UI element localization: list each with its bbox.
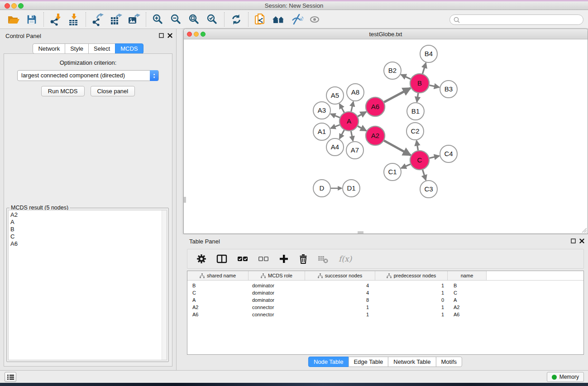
minimize-window-button[interactable] <box>11 3 17 9</box>
zoom-selected-button[interactable] <box>203 12 221 27</box>
edge-C-C3[interactable] <box>423 170 426 180</box>
vertical-scrollbar-thumb[interactable] <box>184 197 186 203</box>
tab-edge-table[interactable]: Edge Table <box>348 357 388 367</box>
close-panel-icon[interactable] <box>167 33 172 38</box>
export-image-button[interactable] <box>125 12 143 27</box>
table-row[interactable]: Cdominator41C <box>187 289 583 296</box>
clone-network-button[interactable] <box>251 12 269 27</box>
node-A5[interactable]: A5 <box>326 87 344 104</box>
node-D[interactable]: D <box>313 180 330 197</box>
node-A4[interactable]: A4 <box>326 138 344 156</box>
run-mcds-button[interactable]: Run MCDS <box>41 86 85 96</box>
zoom-window-button[interactable] <box>18 3 24 9</box>
column-header-name[interactable]: name <box>448 271 487 280</box>
node-A3[interactable]: A3 <box>313 102 330 119</box>
refresh-button[interactable] <box>227 12 245 27</box>
criterion-dropdown[interactable]: largest connected component (directed) ▲… <box>17 70 159 81</box>
network-zoom-button[interactable] <box>201 32 206 37</box>
edge-A-A8[interactable] <box>351 102 354 112</box>
tab-node-table[interactable]: Node Table <box>308 357 349 367</box>
add-column-icon[interactable] <box>279 254 289 264</box>
edge-A-A1[interactable] <box>331 125 340 129</box>
show-panels-button[interactable] <box>306 12 324 27</box>
edge-B-B2[interactable] <box>401 75 411 79</box>
zoom-out-button[interactable] <box>167 12 185 27</box>
import-table-button[interactable] <box>65 12 83 27</box>
resize-grip-icon[interactable] <box>582 228 587 233</box>
close-window-button[interactable] <box>5 3 10 9</box>
edge-A-A5[interactable] <box>339 104 344 112</box>
function-builder-icon[interactable]: f(x) <box>339 254 352 263</box>
float-panel-icon[interactable] <box>159 33 164 38</box>
node-B1[interactable]: B1 <box>407 103 424 120</box>
zoom-fit-button[interactable] <box>185 12 203 27</box>
network-window-titlebar[interactable]: testGlobe.txt <box>184 29 588 39</box>
node-B2[interactable]: B2 <box>384 62 401 79</box>
edge-B-B3[interactable] <box>430 85 440 87</box>
table-row[interactable]: Bdominator41B <box>187 282 583 289</box>
mcds-result-item[interactable]: B <box>9 226 167 233</box>
export-table-button[interactable] <box>107 12 125 27</box>
close-panel-icon[interactable] <box>579 238 584 243</box>
node-A[interactable]: A <box>339 112 359 131</box>
node-C3[interactable]: C3 <box>420 181 437 198</box>
column-header-predecessor-nodes[interactable]: predecessor nodes <box>375 271 448 280</box>
save-session-button[interactable] <box>23 12 41 27</box>
tab-style[interactable]: Style <box>65 43 89 54</box>
edge-A-A2[interactable] <box>358 126 366 131</box>
tab-mcds[interactable]: MCDS <box>115 43 143 54</box>
edge-A-A7[interactable] <box>351 131 353 141</box>
mcds-result-item[interactable]: C <box>9 233 167 240</box>
settings-gear-icon[interactable] <box>196 254 206 264</box>
tab-network[interactable]: Network <box>33 43 65 54</box>
table-row[interactable]: Adominator80A <box>187 296 583 304</box>
node-B3[interactable]: B3 <box>440 81 457 98</box>
edge-C-C2[interactable] <box>416 141 418 151</box>
edge-A-A4[interactable] <box>339 130 344 138</box>
memory-button[interactable]: Memory <box>547 372 584 382</box>
node-A8[interactable]: A8 <box>347 84 364 101</box>
table-row[interactable]: A6connector11A6 <box>187 311 583 318</box>
edge-A-A6[interactable] <box>358 112 366 116</box>
tab-network-table[interactable]: Network Table <box>388 357 436 367</box>
search-input[interactable] <box>449 14 583 25</box>
column-header-shared-name[interactable]: shared name <box>187 271 249 280</box>
column-header-successor-nodes[interactable]: successor nodes <box>305 271 375 280</box>
node-D1[interactable]: D1 <box>343 180 360 197</box>
select-all-icon[interactable] <box>237 254 248 264</box>
edge-C-C4[interactable] <box>429 156 439 158</box>
hide-panels-button[interactable] <box>287 12 306 27</box>
delete-table-icon[interactable] <box>318 254 329 264</box>
horizontal-scrollbar-thumb[interactable] <box>358 231 363 234</box>
node-A2[interactable]: A2 <box>366 126 385 145</box>
edge-B-B4[interactable] <box>422 63 425 74</box>
edge-B-B1[interactable] <box>417 93 418 102</box>
show-task-history-button[interactable] <box>5 372 16 382</box>
dropdown-stepper-icon[interactable]: ▲▼ <box>150 70 158 81</box>
mcds-result-item[interactable]: A6 <box>9 240 167 248</box>
network-minimize-button[interactable] <box>194 32 199 37</box>
network-close-button[interactable] <box>187 32 192 37</box>
node-B4[interactable]: B4 <box>420 45 437 62</box>
mcds-result-item[interactable]: A2 <box>9 211 167 219</box>
edge-A2-C[interactable] <box>384 141 411 155</box>
deselect-all-icon[interactable] <box>258 254 269 264</box>
node-A7[interactable]: A7 <box>346 142 363 159</box>
listbox-scrollbar[interactable] <box>162 210 167 360</box>
home-button[interactable] <box>269 12 287 27</box>
edge-A6-B[interactable] <box>384 88 410 102</box>
table-row[interactable]: A2connector11A2 <box>187 304 583 311</box>
import-network-button[interactable] <box>47 12 65 27</box>
mcds-result-item[interactable]: A <box>9 219 167 226</box>
close-panel-button[interactable]: Close panel <box>91 86 135 96</box>
export-network-button[interactable] <box>89 12 107 27</box>
delete-icon[interactable] <box>299 254 308 264</box>
edge-C-C1[interactable] <box>401 164 411 168</box>
float-panel-icon[interactable] <box>571 238 576 243</box>
node-A6[interactable]: A6 <box>366 97 385 116</box>
node-C1[interactable]: C1 <box>384 163 401 181</box>
node-C2[interactable]: C2 <box>406 123 424 140</box>
node-C[interactable]: C <box>410 151 429 170</box>
network-canvas[interactable]: B4B2BB3A5A8A6B1A3AA1A2C2A4A7C4CC1DD1C3 <box>184 39 588 234</box>
tab-motifs[interactable]: Motifs <box>435 357 462 367</box>
